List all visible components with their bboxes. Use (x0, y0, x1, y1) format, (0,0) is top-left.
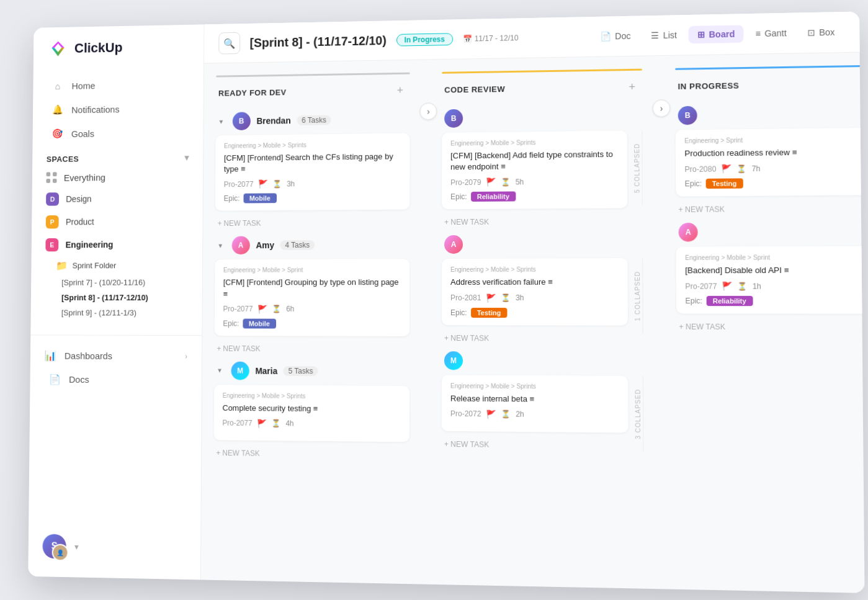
new-task-brendan-ready[interactable]: + NEW TASK (215, 214, 409, 231)
sprint-folder[interactable]: 📁 Sprint Folder (31, 256, 202, 275)
task-card-cfm-backend-add[interactable]: Engineering > Mobile > Sprints [CFM] [Ba… (442, 130, 627, 209)
task-card-cfm-frontend-search[interactable]: Engineering > Mobile > Sprints [CFM] [Fr… (215, 133, 409, 210)
task-time-4: 5h (515, 177, 523, 186)
task-card-security-testing[interactable]: Engineering > Mobile > Sprints Complete … (213, 384, 409, 441)
flag-icon-1: 🚩 (258, 179, 268, 189)
tab-doc[interactable]: 📄 Doc (591, 27, 639, 45)
everything-icon (46, 172, 56, 183)
task-card-release-internal-beta[interactable]: Engineering > Mobile > Sprints Release i… (441, 374, 628, 432)
nav-engineering[interactable]: E Engineering (31, 233, 202, 256)
flag-icon-5: 🚩 (486, 293, 496, 302)
next-column-arrow-1[interactable]: › (419, 102, 437, 120)
nav-design-label: Design (66, 194, 91, 204)
group-brendan-cr[interactable]: B (442, 101, 642, 132)
task-id-8: Pro-2077 (685, 282, 717, 290)
task-breadcrumb-6: Engineering > Mobile > Sprints (450, 382, 619, 390)
sprint-7-label: [Sprint 7] - (10/20-11/16) (61, 277, 145, 287)
tab-board[interactable]: ⊞ Board (688, 25, 743, 43)
task-epic-1: Epic: Mobile (223, 192, 401, 204)
task-title-1: [CFM] [Frontend] Search the CFs listing … (223, 151, 401, 175)
nav-notifications-label: Notifications (71, 104, 120, 115)
task-card-address-verification[interactable]: Engineering > Mobile > Sprints Address v… (441, 258, 627, 325)
task-id-5: Pro-2081 (450, 293, 481, 302)
new-task-maria-ready[interactable]: + NEW TASK (213, 445, 409, 463)
column-header-in-progress: IN PROGRESS + (675, 75, 864, 101)
column-code-review: CODE REVIEW + B Engineering > Mobile > S… (441, 68, 644, 588)
task-id-2: Pro-2077 (223, 305, 253, 313)
nav-docs[interactable]: 📄 Docs (34, 367, 196, 392)
task-card-backend-disable-api[interactable]: Engineering > Mobile > Sprint [Backend] … (676, 246, 864, 313)
epic-badge-testing-1: Testing (470, 307, 507, 317)
new-task-amy-ready[interactable]: + NEW TASK (214, 340, 409, 357)
hourglass-icon-1: ⏳ (272, 179, 282, 188)
nav-design[interactable]: D Design (32, 186, 202, 210)
sprint-8[interactable]: [Sprint 8] - (11/17-12/10) (30, 290, 202, 305)
new-task-maria-cr[interactable]: + NEW TASK (441, 436, 628, 454)
task-meta-2: Pro-2077 🚩 ⏳ 6h (223, 304, 401, 313)
add-task-ready-button[interactable]: + (392, 83, 407, 97)
add-task-in-progress-button[interactable]: + (864, 75, 864, 91)
tab-box[interactable]: ⊡ Box (798, 23, 844, 42)
nav-product[interactable]: P Product (32, 209, 203, 233)
sprint-title: [Sprint 8] - (11/17-12/10) (249, 33, 386, 50)
task-card-production-readiness[interactable]: Engineering > Sprint Production readines… (675, 127, 864, 196)
user-area[interactable]: S 👤 ▾ (28, 526, 200, 568)
group-amy-ready[interactable]: ▼ A Amy 4 Tasks (215, 230, 409, 259)
bell-icon: 🔔 (51, 104, 63, 116)
epic-label-4: Epic: (450, 192, 467, 201)
clickup-logo-icon (47, 38, 68, 60)
task-epic-5: Epic: Testing (450, 307, 619, 317)
spaces-section-header: Spaces ▾ (32, 144, 203, 168)
tab-list[interactable]: ☰ List (642, 26, 686, 44)
tab-gantt[interactable]: ≡ Gantt (746, 24, 795, 42)
user-avatar-stack: S 👤 (42, 534, 66, 558)
task-breadcrumb-7: Engineering > Sprint (684, 135, 858, 144)
task-title-6: Release internal beta ≡ (450, 393, 619, 405)
hourglass-icon-3: ⏳ (271, 419, 280, 428)
task-card-cfm-frontend-grouping[interactable]: Engineering > Mobile > Sprint [CFM] [Fro… (214, 259, 409, 336)
nav-everything[interactable]: Everything (32, 166, 202, 187)
group-amy-ip[interactable]: A (676, 217, 864, 247)
sprint-9[interactable]: [Sprint 9] - (12/11-1/3) (30, 305, 202, 320)
column-header-code-review: CODE REVIEW + (442, 79, 642, 104)
flag-icon-6: 🚩 (486, 409, 496, 418)
new-task-brendan-cr[interactable]: + NEW TASK (442, 213, 627, 230)
task-meta-3: Pro-2077 🚩 ⏳ 4h (222, 418, 400, 429)
task-time-5: 3h (515, 293, 524, 302)
task-title-2: [CFM] [Frontend] Grouping by type on lis… (223, 277, 401, 299)
nav-home[interactable]: ⌂ Home (37, 71, 199, 98)
new-task-amy-ip[interactable]: + NEW TASK (676, 318, 864, 335)
task-meta-8: Pro-2077 🚩 ⏳ 1h (685, 281, 859, 291)
column-title-in-progress: IN PROGRESS (678, 80, 739, 91)
task-title-8: [Backend] Disable old API ≡ (685, 264, 859, 276)
column-bar-code-review (442, 68, 642, 73)
nav-dashboards[interactable]: 📊 Dashboards › (30, 344, 201, 368)
next-column-arrow-2[interactable]: › (652, 99, 670, 117)
group-brendan-ip[interactable]: B (675, 98, 864, 130)
group-maria-ready[interactable]: ▼ M Maria 5 Tasks (214, 356, 409, 385)
add-task-code-review-button[interactable]: + (624, 79, 640, 94)
new-task-brendan-ip[interactable]: + NEW TASK (676, 200, 864, 217)
collapsed-indicator-maria-cr: 3 COLLAPSED (633, 375, 643, 451)
user-dropdown-icon: ▾ (74, 542, 78, 552)
doc-icon: 📄 (600, 31, 611, 41)
avatar-amy-ip: A (678, 223, 697, 242)
nav-engineering-label: Engineering (65, 240, 113, 249)
engineering-icon: E (45, 238, 58, 251)
new-task-amy-cr[interactable]: + NEW TASK (441, 329, 627, 346)
box-icon: ⊡ (807, 27, 815, 37)
group-amy-cr[interactable]: A (442, 229, 643, 258)
group-maria-cr[interactable]: M (441, 346, 643, 375)
column-title-code-review: CODE REVIEW (444, 84, 505, 94)
task-time-7: 7h (751, 164, 760, 172)
spaces-collapse-icon[interactable]: ▾ (184, 153, 188, 163)
avatar-maria: M (231, 361, 249, 380)
search-button[interactable]: 🔍 (218, 32, 240, 54)
nav-goals[interactable]: 🎯 Goals (37, 120, 199, 146)
nav-notifications[interactable]: 🔔 Notifications (37, 96, 199, 122)
sprint-7[interactable]: [Sprint 7] - (10/20-11/16) (31, 274, 202, 290)
task-id-3: Pro-2077 (222, 419, 252, 428)
column-header-ready: READY FOR DEV + (215, 83, 409, 107)
logo-text: ClickUp (74, 40, 122, 56)
group-brendan-ready[interactable]: ▼ B Brendan 6 Tasks (215, 105, 409, 135)
